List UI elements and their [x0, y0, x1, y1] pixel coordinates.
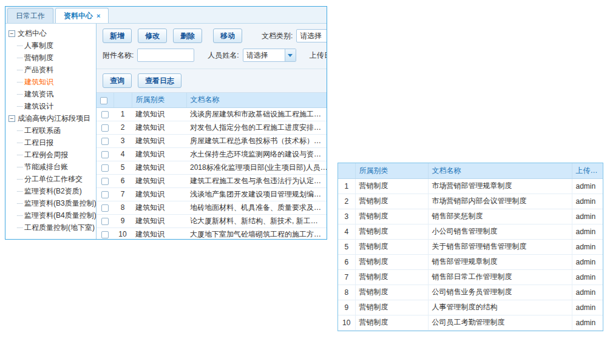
tree-item-label: 工程质量控制(地下室) [24, 223, 95, 233]
tree-leaf-item[interactable]: 人事制度 [5, 39, 96, 52]
tree-item-label: 工程例会周报 [24, 150, 68, 160]
tree-leaf-item[interactable]: 节能减排台账 [5, 161, 96, 173]
chevron-down-icon[interactable] [285, 49, 296, 61]
select-all-checkbox[interactable] [100, 97, 107, 104]
uploader-column-header: 上传… [572, 163, 603, 178]
tree-leaf-item[interactable]: 监理资料(B2资质) [5, 185, 96, 197]
row-index: 2 [338, 194, 355, 209]
tree-leaf-item[interactable]: 监理资料(B4质量控制) [5, 209, 96, 221]
edit-button[interactable]: 修改 [138, 29, 167, 43]
table-row[interactable]: 10营销制度公司员工考勤管理制度admin [338, 315, 603, 330]
tree-connector-line [17, 203, 22, 204]
category-cell: 营销制度 [355, 209, 428, 224]
row-index: 8 [338, 285, 355, 300]
tab-daily-work[interactable]: 日常工作 [7, 8, 53, 23]
tree-leaf-item[interactable]: 建筑资讯 [5, 88, 96, 100]
query-button[interactable]: 查询 [103, 73, 132, 88]
tab-close-icon[interactable]: × [97, 12, 100, 19]
tree-connector-line [17, 106, 22, 107]
table-row[interactable]: 5营销制度关于销售部管理销售管理制度admin [338, 239, 603, 254]
document-name-cell: 市场营销部管理规章制度 [428, 178, 572, 194]
uploader-cell: admin [572, 194, 603, 209]
tree-item-label: 工程联系函 [24, 126, 61, 136]
tree-connector-line [17, 70, 22, 70]
row-checkbox[interactable] [101, 191, 109, 198]
table-row[interactable]: 6营销制度销售部管理规章制度admin [338, 254, 603, 269]
row-checkbox[interactable] [101, 231, 109, 238]
view-log-button[interactable]: 查看日志 [138, 73, 181, 88]
tree-item-label: 分工单位工作移交 [24, 174, 83, 184]
row-index: 4 [114, 147, 132, 161]
person-name-value: 请选择 [243, 50, 285, 61]
category-cell: 建筑知识 [132, 228, 186, 239]
row-checkbox[interactable] [101, 151, 109, 158]
tree-leaf-item[interactable]: 分工单位工作移交 [5, 173, 96, 185]
tree-item-label: 文档中心 [18, 29, 47, 39]
table-row[interactable]: 8营销制度公司销售业务员管理制度admin [338, 285, 603, 300]
tree-leaf-item[interactable]: 工程质量控制(地下室) [5, 221, 96, 234]
tree-leaf-item[interactable]: 建筑知识 [5, 76, 96, 88]
tab-data-center[interactable]: 资料中心× [55, 8, 109, 23]
tree-branch-item[interactable]: −文档中心 [5, 27, 96, 39]
person-name-select[interactable]: 请选择 [243, 49, 296, 62]
table-row[interactable]: 7建筑知识浅谈地产集团开发建设项目管理规划编… [97, 187, 327, 201]
row-checkbox[interactable] [101, 218, 109, 225]
table-row[interactable]: 9营销制度人事管理制度的结构admin [338, 300, 603, 315]
table-row[interactable]: 1建筑知识浅谈房屋建筑和市政基础设施工程施工… [97, 107, 327, 121]
tree-leaf-item[interactable]: 产品资料 [5, 64, 96, 76]
tree-leaf-item[interactable]: 工程例会周报 [5, 149, 96, 161]
table-row[interactable]: 1营销制度市场营销部管理规章制度admin [338, 178, 603, 194]
minus-box-icon[interactable]: − [8, 115, 15, 122]
row-checkbox[interactable] [101, 124, 109, 132]
attachment-name-input[interactable] [137, 49, 194, 62]
tree-leaf-item[interactable]: 工程日报 [5, 136, 96, 149]
table-row[interactable]: 5建筑知识2018标准化监理项目部(业主项目部)人员… [97, 161, 327, 174]
table-row[interactable]: 4营销制度小公司销售管理制度admin [338, 224, 603, 239]
document-name-cell: 关于销售部管理销售管理制度 [428, 239, 572, 254]
table-row[interactable]: 2营销制度市场营销部内部会议管理制度admin [338, 194, 603, 209]
doc-category-select[interactable]: 请选择 [296, 29, 327, 42]
uploader-cell: admin [572, 178, 603, 194]
tree-item-label: 成渝高铁内江标段项目 [18, 113, 90, 124]
tab-data-center-label: 资料中心 [64, 12, 93, 20]
table-row[interactable]: 8建筑知识地砖地面材料、机具准备、质量要求及… [97, 201, 327, 214]
table-row[interactable]: 3建筑知识房屋建筑工程总承包投标书（技术标）… [97, 134, 327, 147]
move-button[interactable]: 移动 [213, 29, 242, 43]
category-cell: 建筑知识 [132, 121, 186, 134]
add-button[interactable]: 新增 [103, 29, 132, 43]
document-center-window: 日常工作 资料中心× −文档中心人事制度营销制度产品资料建筑知识建筑资讯建筑设计… [5, 6, 327, 240]
filter-toolbar: 新增 修改 删除 移动 文档类别: 请选择 文档 附件名称: [97, 24, 327, 69]
row-checkbox[interactable] [101, 178, 109, 185]
row-checkbox[interactable] [101, 164, 109, 172]
table-row[interactable]: 10建筑知识大厦地下室加气砼墙砌筑工程的施工方… [97, 228, 327, 239]
document-name-cell: 市场营销部内部会议管理制度 [428, 194, 572, 209]
tree-leaf-item[interactable]: 监理资料(B3质量控制) [5, 197, 96, 209]
category-cell: 营销制度 [355, 224, 428, 239]
row-checkbox[interactable] [101, 111, 109, 118]
tree-branch-item[interactable]: −成渝高铁内江标段项目 [5, 112, 96, 124]
tree-connector-line [17, 215, 22, 216]
minus-box-icon[interactable]: − [8, 30, 15, 37]
tree-leaf-item[interactable]: 营销制度 [5, 52, 96, 64]
category-cell: 营销制度 [355, 300, 428, 315]
tree-item-label: 监理资料(B2资质) [24, 186, 82, 197]
table-row[interactable]: 7营销制度销售部日常工作管理制度admin [338, 269, 603, 285]
table-row[interactable]: 6建筑知识建筑工程施工发包与承包违法行为认定… [97, 174, 327, 187]
row-checkbox[interactable] [101, 204, 109, 212]
person-name-label: 人员姓名: [208, 50, 239, 61]
index-column-header [114, 93, 132, 107]
table-row[interactable]: 2建筑知识对发包人指定分包的工程施工进度安排… [97, 121, 327, 134]
table-header-row: 所属别类 文档名称 [97, 93, 327, 107]
tree-leaf-item[interactable]: 工程联系函 [5, 124, 96, 136]
table-row[interactable]: 4建筑知识水土保持生态环境监测网络的建设与资… [97, 147, 327, 161]
row-checkbox[interactable] [101, 138, 109, 145]
delete-button[interactable]: 删除 [173, 29, 202, 43]
tree-leaf-item[interactable]: 建筑设计 [5, 100, 96, 112]
doc-category-label: 文档类别: [262, 31, 293, 41]
checkbox-cell [97, 161, 114, 174]
results-table-panel: 所属别类 文档名称 上传… 1营销制度市场营销部管理规章制度admin2营销制度… [337, 163, 603, 331]
table-row[interactable]: 3营销制度销售部奖惩制度admin [338, 209, 603, 224]
tree-connector-line [17, 143, 22, 143]
category-cell: 营销制度 [355, 254, 428, 269]
table-row[interactable]: 9建筑知识论大厦新材料、新结构、新技术, 新工… [97, 214, 327, 228]
